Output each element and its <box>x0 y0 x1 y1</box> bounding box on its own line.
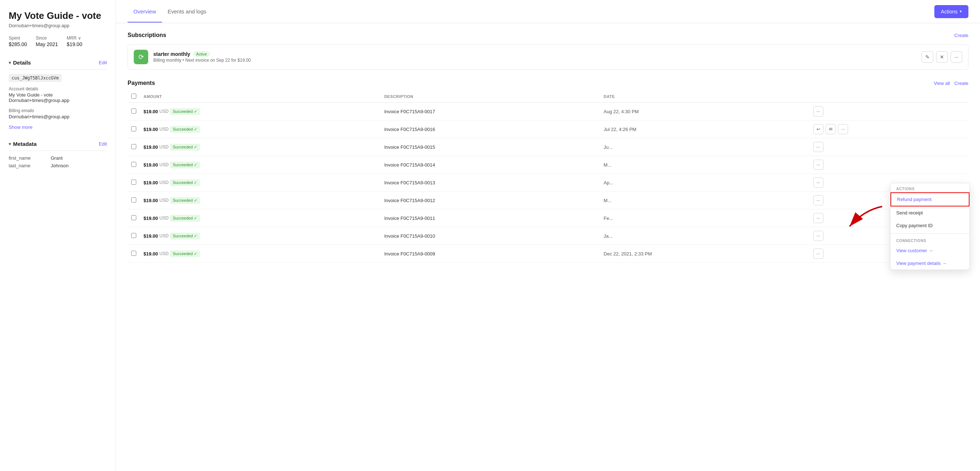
tab-events-logs[interactable]: Events and logs <box>162 1 212 22</box>
row-description: Invoice F0C715A9-0015 <box>380 138 600 156</box>
row-checkbox[interactable] <box>131 144 136 149</box>
send-receipt-item[interactable]: Send receipt <box>891 206 969 219</box>
row-checkbox[interactable] <box>131 180 136 185</box>
row-status-badge: Succeeded <box>170 126 200 133</box>
actions-section-label: ACTIONS <box>891 183 969 192</box>
meta-val-firstname: Grant <box>51 155 63 161</box>
details-edit-link[interactable]: Edit <box>99 60 107 65</box>
stat-since-value: May 2021 <box>36 42 58 47</box>
row-date: Jul 22, 4:26 PM <box>600 120 810 138</box>
main-content: Overview Events and logs Actions Subscri… <box>116 0 980 471</box>
subscription-actions: ✎ ✕ ··· <box>922 51 962 63</box>
tab-overview[interactable]: Overview <box>127 1 162 22</box>
table-header-row: AMOUNT DESCRIPTION DATE <box>127 91 969 103</box>
row-email-button[interactable]: ✉ <box>826 124 836 134</box>
header-date: DATE <box>600 91 810 103</box>
row-checkbox-cell <box>127 209 140 227</box>
stat-mrr-label: MRR ∨ <box>67 35 82 41</box>
subscription-description: Billing monthly • Next invoice on Sep 22… <box>153 58 916 63</box>
show-more-link[interactable]: Show more <box>9 125 107 130</box>
row-more-button[interactable]: ··· <box>813 249 823 259</box>
actions-button[interactable]: Actions <box>934 5 969 18</box>
table-row: $19.00USD SucceededInvoice F0C715A9-0016… <box>127 120 969 138</box>
row-amount: $19.00USD Succeeded <box>140 209 380 227</box>
row-more-button[interactable]: ··· <box>813 177 823 188</box>
row-amount: $19.00USD Succeeded <box>140 120 380 138</box>
context-menu-divider <box>891 233 969 234</box>
metadata-section: first_name Grant last_name Johnson <box>9 155 107 168</box>
view-customer-item[interactable]: View customer → <box>891 244 969 257</box>
row-checkbox[interactable] <box>131 251 136 256</box>
metadata-section-header: Metadata Edit <box>9 137 107 151</box>
row-actions-cell: ↩ ✉ ··· <box>810 120 969 138</box>
table-row: $19.00USD SucceededInvoice F0C715A9-0012… <box>127 192 969 209</box>
row-more-button[interactable]: ··· <box>813 213 823 223</box>
row-checkbox[interactable] <box>131 233 136 238</box>
payments-create-link[interactable]: Create <box>954 81 969 86</box>
row-description: Invoice F0C715A9-0017 <box>380 103 600 120</box>
row-more-button[interactable]: ··· <box>813 160 823 170</box>
row-date: Fe... <box>600 209 810 227</box>
subscription-name: starter monthly Active <box>153 51 916 57</box>
row-amount: $19.00USD Succeeded <box>140 227 380 245</box>
table-row: $19.00USD SucceededInvoice F0C715A9-0010… <box>127 227 969 245</box>
mrr-arrow-icon: ∨ <box>78 35 81 41</box>
billing-emails-label: Billing emails <box>9 108 107 113</box>
row-checkbox[interactable] <box>131 197 136 203</box>
row-amount: $19.00USD Succeeded <box>140 156 380 174</box>
subscriptions-create-link[interactable]: Create <box>954 33 969 38</box>
row-status-badge: Succeeded <box>170 144 200 150</box>
meta-key-lastname: last_name <box>9 163 45 168</box>
account-details-label: Account details <box>9 86 107 91</box>
payments-view-all-link[interactable]: View all <box>934 81 950 86</box>
row-undo-button[interactable]: ↩ <box>813 124 823 134</box>
table-row: $19.00USD SucceededInvoice F0C715A9-0009… <box>127 245 969 263</box>
row-description: Invoice F0C715A9-0011 <box>380 209 600 227</box>
row-checkbox[interactable] <box>131 109 136 113</box>
row-checkbox[interactable] <box>131 126 136 131</box>
stat-mrr-value: $19.00 <box>67 42 82 47</box>
row-checkbox[interactable] <box>131 215 136 220</box>
customer-id-badge: cus_JWgT5BlJxccGVm <box>9 74 62 82</box>
connections-section-label: CONNECTIONS <box>891 235 969 244</box>
subscriptions-section: Subscriptions Create ⟳ starter monthly A… <box>127 32 969 70</box>
subscription-card: ⟳ starter monthly Active Billing monthly… <box>127 44 969 70</box>
row-checkbox-cell <box>127 120 140 138</box>
metadata-section-title: Metadata <box>9 141 37 147</box>
view-payment-details-item[interactable]: View payment details → <box>891 257 969 270</box>
subscription-info: starter monthly Active Billing monthly •… <box>153 51 916 63</box>
customer-email: Dornubari+times@group.app <box>9 23 107 28</box>
row-checkbox[interactable] <box>131 162 136 167</box>
row-status-badge: Succeeded <box>170 251 200 257</box>
subscription-edit-button[interactable]: ✎ <box>922 51 933 63</box>
row-checkbox-cell <box>127 227 140 245</box>
stat-since: Since May 2021 <box>36 35 58 47</box>
subscriptions-title: Subscriptions <box>127 32 166 38</box>
header-amount: AMOUNT <box>140 91 380 103</box>
subscription-more-button[interactable]: ··· <box>951 51 962 63</box>
row-checkbox-cell <box>127 103 140 120</box>
row-date: M... <box>600 156 810 174</box>
row-description: Invoice F0C715A9-0013 <box>380 174 600 192</box>
content-area: Subscriptions Create ⟳ starter monthly A… <box>116 23 980 471</box>
row-more-button[interactable]: ··· <box>813 231 823 241</box>
row-more-button[interactable]: ··· <box>838 124 848 134</box>
table-row: $19.00USD SucceededInvoice F0C715A9-0013… <box>127 174 969 192</box>
row-description: Invoice F0C715A9-0009 <box>380 245 600 263</box>
tab-bar: Overview Events and logs <box>127 1 212 22</box>
copy-payment-id-item[interactable]: Copy payment ID <box>891 219 969 232</box>
row-more-button[interactable]: ··· <box>813 142 823 152</box>
metadata-edit-link[interactable]: Edit <box>99 141 107 147</box>
row-amount: $19.00USD Succeeded <box>140 192 380 209</box>
refund-payment-item[interactable]: Refund payment <box>891 192 969 206</box>
row-more-button[interactable]: ··· <box>813 106 823 117</box>
row-date: Dec 22, 2021, 2:33 PM <box>600 245 810 263</box>
billing-email: Dornubari+times@group.app <box>9 114 107 120</box>
subscription-cancel-button[interactable]: ✕ <box>936 51 948 63</box>
select-all-checkbox[interactable] <box>131 94 136 99</box>
stat-mrr: MRR ∨ $19.00 <box>67 35 82 47</box>
metadata-row-lastname: last_name Johnson <box>9 163 107 168</box>
row-checkbox-cell <box>127 174 140 192</box>
sidebar: My Vote Guide - vote Dornubari+times@gro… <box>0 0 116 471</box>
row-more-button[interactable]: ··· <box>813 195 823 205</box>
